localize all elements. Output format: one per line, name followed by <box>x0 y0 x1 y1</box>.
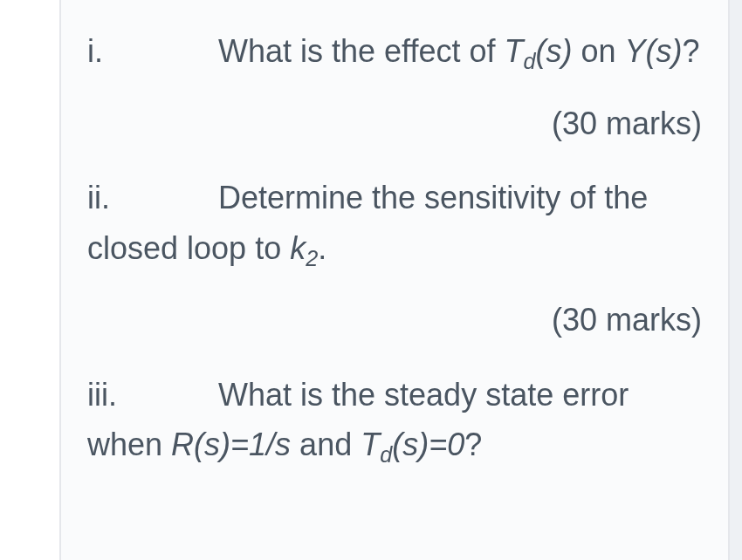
variable: Td(s) <box>505 33 573 69</box>
marks-label: (30 marks) <box>87 99 702 149</box>
question-body-part: ? <box>464 427 482 462</box>
variable: Td(s)=0 <box>361 427 464 462</box>
question-numeral: i. <box>87 26 218 77</box>
question-numeral: iii. <box>87 370 218 420</box>
variable: R(s)=1/s <box>171 427 291 462</box>
variable: k2 <box>290 230 318 266</box>
question-body-part: on <box>573 33 625 69</box>
question-item: ii.Determine the sensitivity of the clos… <box>87 173 702 345</box>
question-numeral: ii. <box>87 173 218 223</box>
question-item: i.What is the effect of Td(s) on Y(s)? (… <box>87 26 702 148</box>
question-item: iii.What is the steady state error when … <box>87 370 702 473</box>
left-margin <box>26 0 61 560</box>
question-text: i.What is the effect of Td(s) on Y(s)? <box>87 26 702 79</box>
question-text: ii.Determine the sensitivity of the clos… <box>87 173 702 276</box>
content-panel: i.What is the effect of Td(s) on Y(s)? (… <box>61 0 730 560</box>
right-margin <box>730 0 742 560</box>
page-container: i.What is the effect of Td(s) on Y(s)? (… <box>0 0 742 560</box>
question-body-part: and <box>291 427 361 462</box>
question-body-part: ? <box>683 33 700 69</box>
question-body-part: What is the effect of <box>218 33 505 69</box>
marks-label: (30 marks) <box>87 295 702 345</box>
question-text: iii.What is the steady state error when … <box>87 370 702 473</box>
question-body-part: . <box>318 230 326 266</box>
variable: Y(s) <box>625 33 683 69</box>
